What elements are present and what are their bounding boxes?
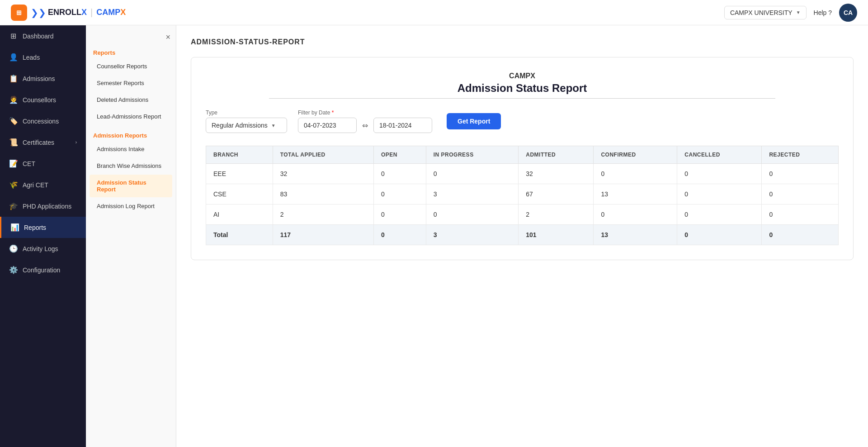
agri-cet-icon: 🌾: [9, 181, 17, 189]
close-button[interactable]: ×: [165, 33, 170, 42]
report-header: CAMPX Admission Status Report: [206, 72, 839, 99]
col-cancelled: CANCELLED: [677, 146, 762, 164]
table-cell: 3: [426, 225, 519, 245]
report-title: Admission Status Report: [206, 82, 839, 95]
table-cell: 32: [519, 164, 594, 184]
sidebar-item-dashboard[interactable]: ⊞ Dashboard: [0, 25, 86, 47]
col-confirmed: CONFIRMED: [594, 146, 677, 164]
logo-squares: ⊞: [16, 9, 22, 16]
get-report-button[interactable]: Get Report: [447, 113, 501, 129]
sub-panel: × Reports Counsellor Reports Semester Re…: [86, 25, 176, 447]
certificates-icon: 📜: [9, 138, 17, 147]
table-cell: 0: [373, 225, 426, 245]
sidebar-label-counsellors: Counsellors: [23, 96, 56, 104]
table-cell: 0: [762, 204, 839, 225]
table-head: Branch Total Applied OPEN IN PROGRESS AD…: [206, 146, 839, 164]
table-cell: 13: [594, 225, 677, 245]
sidebar-item-leads[interactable]: 👤 Leads: [0, 47, 86, 68]
logo-icon: ⊞: [11, 5, 27, 21]
sidebar: ⊞ Dashboard 👤 Leads 📋 Admissions 🧑‍💼 Cou…: [0, 25, 86, 447]
topbar-right: CAMPX UNIVERSITY ▼ Help ? CA: [724, 4, 857, 22]
required-marker: *: [332, 109, 334, 116]
table-cell: 0: [373, 204, 426, 225]
table-cell: 0: [762, 164, 839, 184]
campx-label: CAMPX: [96, 8, 126, 17]
company-name: CAMPX: [206, 72, 839, 80]
table-row: CSE8303671300: [206, 184, 839, 204]
sidebar-item-agri-cet[interactable]: 🌾 Agri CET: [0, 174, 86, 195]
reports-icon: 📊: [10, 223, 19, 232]
sidebar-item-configuration[interactable]: ⚙️ Configuration: [0, 259, 86, 281]
report-card: CAMPX Admission Status Report Type Regul…: [191, 57, 854, 260]
col-rejected: REJECTED: [762, 146, 839, 164]
type-label: Type: [206, 109, 287, 116]
table-cell: 0: [594, 164, 677, 184]
sidebar-label-admissions: Admissions: [23, 75, 55, 82]
date-to-input[interactable]: [373, 118, 432, 133]
table-cell: 67: [519, 184, 594, 204]
table-cell: 0: [373, 164, 426, 184]
type-chevron-icon: ▼: [271, 123, 276, 128]
sub-item-admission-log-report[interactable]: Admission Log Report: [90, 198, 172, 214]
title-underline: [269, 98, 775, 99]
date-label: Filter by Date *: [298, 109, 432, 116]
activity-logs-icon: 🕒: [9, 244, 17, 253]
sidebar-item-certificates[interactable]: 📜 Certificates ›: [0, 132, 86, 153]
sub-item-branch-wise-admissions[interactable]: Branch Wise Admissions: [90, 158, 172, 174]
pipe-divider: |: [90, 7, 93, 18]
brand-wrap: ❯❯ ENROLLX | CAMPX: [31, 7, 126, 18]
sub-item-deleted-admissions[interactable]: Deleted Admissions: [90, 92, 172, 108]
concessions-icon: 🏷️: [9, 117, 17, 125]
sub-item-semester-reports[interactable]: Semester Reports: [90, 75, 172, 91]
type-select[interactable]: Regular Admissions ▼: [206, 118, 287, 133]
table-cell: 0: [677, 164, 762, 184]
main-content: ADMISSION-STATUS-REPORT CAMPX Admission …: [176, 25, 868, 447]
col-in-progress: IN PROGRESS: [426, 146, 519, 164]
date-range: ⇔: [298, 118, 432, 133]
table-cell: 83: [273, 184, 373, 204]
counsellors-icon: 🧑‍💼: [9, 95, 17, 104]
university-dropdown[interactable]: CAMPX UNIVERSITY ▼: [724, 6, 807, 19]
table-cell: 0: [373, 184, 426, 204]
sidebar-item-admissions[interactable]: 📋 Admissions: [0, 68, 86, 89]
sidebar-label-dashboard: Dashboard: [23, 33, 54, 40]
sidebar-label-phd: PHD Applications: [23, 203, 71, 210]
help-label[interactable]: Help ?: [814, 9, 832, 16]
table-cell: CSE: [206, 184, 273, 204]
table-cell: Total: [206, 225, 273, 245]
table-cell: 0: [594, 204, 677, 225]
table-cell: 13: [594, 184, 677, 204]
sidebar-label-leads: Leads: [23, 54, 40, 61]
table-cell: 0: [677, 184, 762, 204]
sidebar-label-agri-cet: Agri CET: [23, 181, 48, 189]
table-cell: 0: [677, 225, 762, 245]
sidebar-item-counsellors[interactable]: 🧑‍💼 Counsellors: [0, 89, 86, 110]
sub-item-counsellor-reports[interactable]: Counsellor Reports: [90, 58, 172, 74]
enroll-arrow-icon: ❯❯: [31, 7, 46, 18]
enrollx-label: ENROLLX: [48, 8, 87, 17]
table-row: AI2002000: [206, 204, 839, 225]
sidebar-item-phd-applications[interactable]: 🎓 PHD Applications: [0, 195, 86, 217]
sub-item-lead-admissions-report[interactable]: Lead-Admissions Report: [90, 109, 172, 124]
col-admitted: ADMITTED: [519, 146, 594, 164]
sidebar-label-certificates: Certificates: [23, 139, 54, 146]
dashboard-icon: ⊞: [9, 32, 17, 40]
sidebar-item-cet[interactable]: 📝 CET: [0, 153, 86, 174]
sidebar-item-activity-logs[interactable]: 🕒 Activity Logs: [0, 238, 86, 259]
sub-item-admissions-intake[interactable]: Admissions Intake: [90, 141, 172, 157]
topbar: ⊞ ❯❯ ENROLLX | CAMPX CAMPX UNIVERSITY ▼ …: [0, 0, 868, 25]
sidebar-item-concessions[interactable]: 🏷️ Concessions: [0, 110, 86, 132]
sidebar-label-reports: Reports: [24, 224, 46, 231]
date-from-input[interactable]: [298, 118, 357, 133]
avatar[interactable]: CA: [839, 4, 857, 22]
sub-item-admission-status-report[interactable]: Admission Status Report: [90, 175, 172, 197]
certificates-arrow-icon: ›: [75, 140, 77, 145]
col-total-applied: Total Applied: [273, 146, 373, 164]
sidebar-label-cet: CET: [23, 160, 35, 167]
table-cell: 2: [519, 204, 594, 225]
reports-section-title: Reports: [86, 46, 176, 58]
sidebar-item-reports[interactable]: 📊 Reports: [0, 217, 86, 238]
configuration-icon: ⚙️: [9, 266, 17, 274]
table-header-row: Branch Total Applied OPEN IN PROGRESS AD…: [206, 146, 839, 164]
phd-icon: 🎓: [9, 202, 17, 210]
